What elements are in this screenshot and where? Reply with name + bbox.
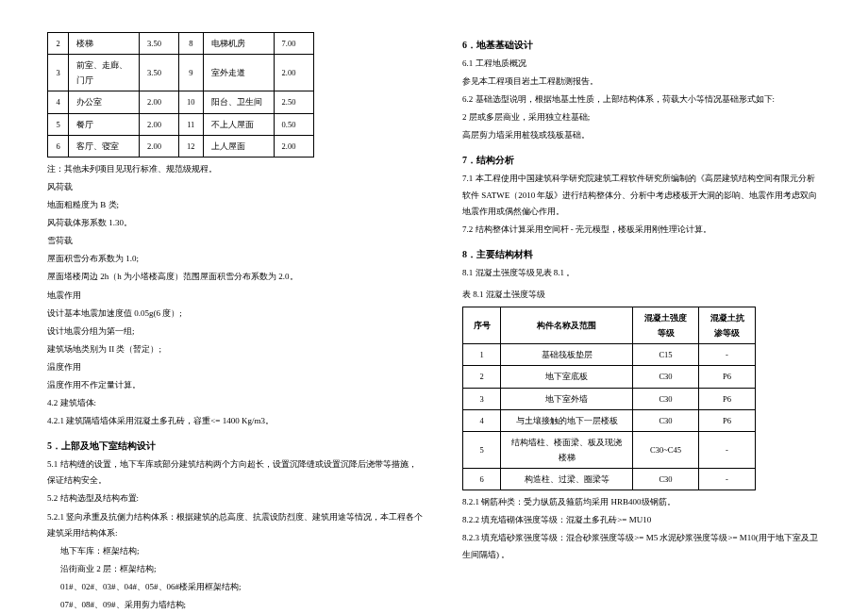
table-note: 注：其他未列项目见现行标准、规范级规程。 bbox=[47, 161, 425, 177]
s823: 8.2.3 填充墙砂浆强度等级：混合砂浆强度等级>= M5 水泥砂浆强度等级>=… bbox=[462, 530, 821, 562]
material-cell: - bbox=[699, 431, 756, 468]
s521: 5.2.1 竖向承重及抗侧力结构体系：根据建筑的总高度、抗震设防烈度、建筑用途等… bbox=[47, 509, 425, 541]
s52: 5.2 结构选型及结构布置: bbox=[47, 490, 425, 506]
wind-rough: 地面粗糙度为 B 类; bbox=[47, 197, 425, 213]
material-cell: C30 bbox=[633, 366, 699, 388]
material-header: 序号 bbox=[463, 307, 501, 344]
snow-title: 雪荷载 bbox=[47, 233, 425, 249]
s42-heading: 4.2 建筑墙体: bbox=[47, 395, 425, 411]
load-cell: 2.50 bbox=[274, 91, 313, 113]
load-cell: 6 bbox=[48, 135, 69, 157]
material-cell: 2 bbox=[463, 366, 501, 388]
quake-group: 设计地震分组为第一组; bbox=[47, 324, 425, 340]
s62: 6.2 基础选型说明，根据地基土性质，上部结构体系，荷载大小等情况基础形式如下: bbox=[462, 91, 821, 108]
load-cell: 3.50 bbox=[140, 33, 179, 55]
s521a: 地下车库：框架结构; bbox=[47, 543, 425, 559]
wind-shape: 风荷载体形系数 1.30。 bbox=[47, 215, 425, 231]
load-cell: 餐厅 bbox=[69, 113, 140, 135]
material-cell: 4 bbox=[463, 409, 501, 431]
s62b: 高层剪力墙采用桩筏或筏板基础。 bbox=[462, 127, 821, 143]
load-cell: 电梯机房 bbox=[203, 33, 274, 55]
s521b: 沿街商业 2 层：框架结构; bbox=[47, 561, 425, 577]
load-cell: 不上人屋面 bbox=[203, 113, 274, 135]
s71: 7.1 本工程使用中国建筑科学研究院建筑工程软件研究所编制的《高层建筑结构空间有… bbox=[462, 171, 821, 219]
load-cell: 前室、走廊、门厅 bbox=[69, 55, 140, 91]
load-cell: 2.00 bbox=[140, 113, 179, 135]
load-cell: 2.00 bbox=[140, 91, 179, 113]
material-cell: 结构墙柱、楼面梁、板及现浇楼梯 bbox=[501, 431, 633, 468]
load-cell: 5 bbox=[48, 113, 69, 135]
load-cell: 2 bbox=[48, 33, 69, 55]
load-cell: 上人屋面 bbox=[203, 135, 274, 157]
material-cell: 1 bbox=[463, 344, 501, 366]
load-cell: 0.50 bbox=[274, 113, 313, 135]
s51: 5.1 结构缝的设置，地下车库或部分建筑结构两个方向超长，设置沉降缝或设置沉降后… bbox=[47, 456, 425, 489]
material-cell: C30 bbox=[633, 409, 699, 431]
s521c: 01#、02#、03#、04#、05#、06#楼采用框架结构; bbox=[47, 579, 425, 595]
material-cell: 与土壤接触的地下一层楼板 bbox=[501, 409, 633, 431]
material-cell: C15 bbox=[633, 344, 699, 366]
s61a: 参见本工程项目岩土工程勘测报告。 bbox=[462, 74, 821, 90]
s81: 8.1 混凝土强度等级见表 8.1 。 bbox=[462, 265, 821, 281]
material-cell: - bbox=[699, 469, 756, 490]
material-table: 序号构件名称及范围混凝土强度等级混凝土抗渗等级1基础筏板垫层C15-2地下室底板… bbox=[462, 307, 756, 490]
temp-title: 温度作用 bbox=[47, 359, 425, 375]
material-cell: C30 bbox=[633, 469, 699, 490]
load-cell: 客厅、寝室 bbox=[69, 135, 140, 157]
load-cell: 12 bbox=[179, 135, 204, 157]
load-cell: 3 bbox=[48, 55, 69, 91]
material-cell: C30~C45 bbox=[633, 431, 699, 468]
load-cell: 办公室 bbox=[69, 91, 140, 113]
material-cell: 6 bbox=[463, 469, 501, 490]
material-cell: 3 bbox=[463, 388, 501, 409]
s72: 7.2 结构整体计算采用空间杆 - 壳元模型，楼板采用刚性理论计算。 bbox=[462, 222, 821, 238]
material-cell: 基础筏板垫层 bbox=[501, 344, 633, 366]
load-cell: 3.50 bbox=[140, 55, 179, 91]
wind-title: 风荷载 bbox=[47, 179, 425, 195]
snow-tower: 屋面塔楼周边 2h（h 为小塔楼高度）范围屋面积雪分布系数为 2.0。 bbox=[47, 269, 425, 285]
section-5-heading: 5．上部及地下室结构设计 bbox=[47, 437, 425, 455]
s821: 8.2.1 钢筋种类：受力纵筋及箍筋均采用 HRB400级钢筋。 bbox=[462, 494, 821, 510]
load-table: 2楼梯3.508电梯机房7.003前室、走廊、门厅3.509室外走道2.004办… bbox=[47, 32, 314, 158]
material-cell: P6 bbox=[699, 388, 756, 409]
load-cell: 2.00 bbox=[274, 135, 313, 157]
snow-coef: 屋面积雪分布系数为 1.0; bbox=[47, 251, 425, 267]
load-cell: 2.00 bbox=[140, 135, 179, 157]
load-cell: 8 bbox=[179, 33, 204, 55]
material-cell: P6 bbox=[699, 366, 756, 388]
quake-title: 地震作用 bbox=[47, 288, 425, 304]
temp-note: 温度作用不作定量计算。 bbox=[47, 377, 425, 393]
load-cell: 11 bbox=[179, 113, 204, 135]
material-cell: 构造柱、过梁、圈梁等 bbox=[501, 469, 633, 490]
material-cell: C30 bbox=[633, 388, 699, 409]
material-header: 混凝土抗渗等级 bbox=[699, 307, 756, 344]
load-cell: 7.00 bbox=[274, 33, 313, 55]
load-cell: 阳台、卫生间 bbox=[203, 91, 274, 113]
material-cell: - bbox=[699, 344, 756, 366]
material-cell: 地下室底板 bbox=[501, 366, 633, 388]
material-cell: P6 bbox=[699, 409, 756, 431]
load-cell: 10 bbox=[179, 91, 204, 113]
material-header: 构件名称及范围 bbox=[501, 307, 633, 344]
section-6-heading: 6．地基基础设计 bbox=[462, 36, 821, 54]
s62a: 2 层或多层商业，采用独立柱基础; bbox=[462, 109, 821, 125]
section-7-heading: 7．结构分析 bbox=[462, 151, 821, 169]
s822: 8.2.2 填充墙砌体强度等级：混凝土多孔砖>= MU10 bbox=[462, 512, 821, 528]
s521d: 07#、08#、09#、采用剪力墙结构; bbox=[47, 597, 425, 613]
material-header: 混凝土强度等级 bbox=[633, 307, 699, 344]
section-8-heading: 8．主要结构材料 bbox=[462, 245, 821, 263]
material-cell: 地下室外墙 bbox=[501, 388, 633, 409]
s421: 4.2.1 建筑隔墙墙体采用混凝土多孔砖，容重<= 1400 Kg/m3。 bbox=[47, 413, 425, 429]
load-cell: 楼梯 bbox=[69, 33, 140, 55]
load-cell: 9 bbox=[179, 55, 204, 91]
load-cell: 4 bbox=[48, 91, 69, 113]
site-class: 建筑场地类别为 II 类（暂定）; bbox=[47, 341, 425, 357]
s61: 6.1 工程地质概况 bbox=[462, 56, 821, 72]
load-cell: 室外走道 bbox=[203, 55, 274, 91]
material-cell: 5 bbox=[463, 431, 501, 468]
load-cell: 2.00 bbox=[274, 55, 313, 91]
quake-acc: 设计基本地震加速度值 0.05g(6 度）; bbox=[47, 306, 425, 322]
table-81-caption: 表 8.1 混凝土强度等级 bbox=[462, 287, 821, 303]
